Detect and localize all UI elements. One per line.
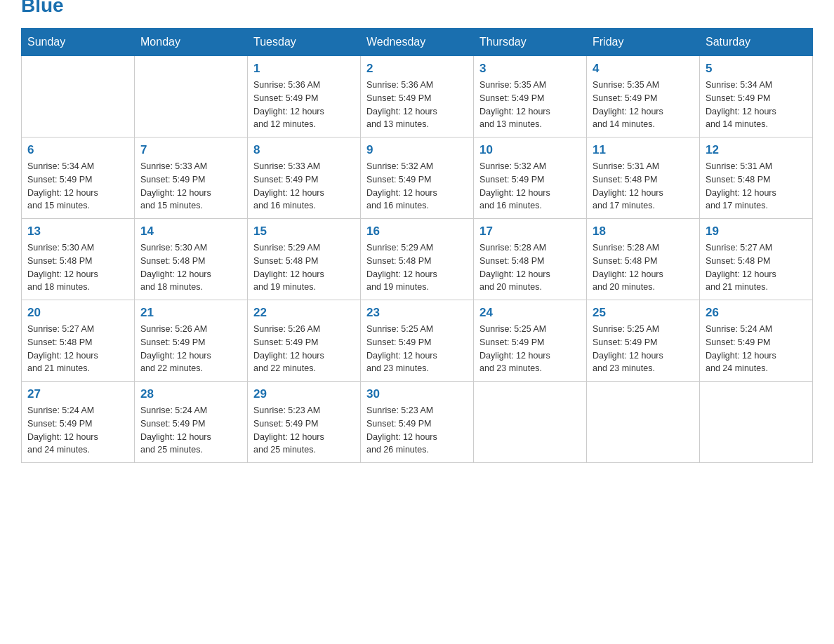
calendar-cell: 26Sunrise: 5:24 AM Sunset: 5:49 PM Dayli… <box>700 300 813 382</box>
calendar-cell <box>474 382 587 463</box>
calendar-cell: 19Sunrise: 5:27 AM Sunset: 5:48 PM Dayli… <box>700 219 813 300</box>
day-number: 12 <box>706 143 807 157</box>
week-row-5: 27Sunrise: 5:24 AM Sunset: 5:49 PM Dayli… <box>22 382 813 463</box>
day-info: Sunrise: 5:34 AM Sunset: 5:49 PM Dayligh… <box>706 79 807 131</box>
day-info: Sunrise: 5:24 AM Sunset: 5:49 PM Dayligh… <box>27 404 128 457</box>
day-number: 21 <box>140 306 241 320</box>
calendar-cell <box>22 56 135 137</box>
day-info: Sunrise: 5:32 AM Sunset: 5:49 PM Dayligh… <box>479 160 581 213</box>
column-header-monday: Monday <box>135 29 248 56</box>
calendar-cell: 7Sunrise: 5:33 AM Sunset: 5:49 PM Daylig… <box>135 137 248 219</box>
day-number: 9 <box>366 143 468 157</box>
calendar-cell: 5Sunrise: 5:34 AM Sunset: 5:49 PM Daylig… <box>700 56 813 137</box>
day-info: Sunrise: 5:31 AM Sunset: 5:48 PM Dayligh… <box>706 160 807 213</box>
column-header-thursday: Thursday <box>474 29 587 56</box>
day-info: Sunrise: 5:26 AM Sunset: 5:49 PM Dayligh… <box>140 323 241 375</box>
logo-block: General Blue <box>21 0 112 17</box>
day-number: 20 <box>27 306 128 320</box>
calendar-cell: 25Sunrise: 5:25 AM Sunset: 5:49 PM Dayli… <box>587 300 700 382</box>
day-number: 27 <box>27 387 128 401</box>
calendar-cell: 22Sunrise: 5:26 AM Sunset: 5:49 PM Dayli… <box>248 300 361 382</box>
day-info: Sunrise: 5:33 AM Sunset: 5:49 PM Dayligh… <box>253 160 355 213</box>
column-header-friday: Friday <box>587 29 700 56</box>
column-header-saturday: Saturday <box>700 29 813 56</box>
calendar-cell: 3Sunrise: 5:35 AM Sunset: 5:49 PM Daylig… <box>474 56 587 137</box>
calendar-cell: 12Sunrise: 5:31 AM Sunset: 5:48 PM Dayli… <box>700 137 813 219</box>
logo-blue: Blue <box>21 0 64 16</box>
column-header-sunday: Sunday <box>22 29 135 56</box>
day-info: Sunrise: 5:24 AM Sunset: 5:49 PM Dayligh… <box>140 404 241 457</box>
day-number: 23 <box>366 306 468 320</box>
day-number: 29 <box>253 387 355 401</box>
day-number: 26 <box>706 306 807 320</box>
day-number: 14 <box>140 224 241 239</box>
day-info: Sunrise: 5:23 AM Sunset: 5:49 PM Dayligh… <box>253 404 355 457</box>
column-header-wednesday: Wednesday <box>361 29 474 56</box>
calendar-cell: 8Sunrise: 5:33 AM Sunset: 5:49 PM Daylig… <box>248 137 361 219</box>
calendar-cell: 28Sunrise: 5:24 AM Sunset: 5:49 PM Dayli… <box>135 382 248 463</box>
day-number: 11 <box>593 143 694 157</box>
calendar-cell: 23Sunrise: 5:25 AM Sunset: 5:49 PM Dayli… <box>361 300 474 382</box>
page-header-2: General Blue <box>21 0 813 17</box>
calendar-header-row: SundayMondayTuesdayWednesdayThursdayFrid… <box>22 29 813 56</box>
calendar-cell: 14Sunrise: 5:30 AM Sunset: 5:48 PM Dayli… <box>135 219 248 300</box>
calendar-cell: 6Sunrise: 5:34 AM Sunset: 5:49 PM Daylig… <box>22 137 135 219</box>
week-row-3: 13Sunrise: 5:30 AM Sunset: 5:48 PM Dayli… <box>22 219 813 300</box>
day-info: Sunrise: 5:25 AM Sunset: 5:49 PM Dayligh… <box>479 323 581 375</box>
day-info: Sunrise: 5:35 AM Sunset: 5:49 PM Dayligh… <box>593 79 694 131</box>
day-number: 8 <box>253 143 355 157</box>
day-number: 7 <box>140 143 241 157</box>
day-number: 28 <box>140 387 241 401</box>
day-number: 1 <box>253 62 355 76</box>
calendar-cell: 30Sunrise: 5:23 AM Sunset: 5:49 PM Dayli… <box>361 382 474 463</box>
calendar-cell: 2Sunrise: 5:36 AM Sunset: 5:49 PM Daylig… <box>361 56 474 137</box>
day-number: 22 <box>253 306 355 320</box>
week-row-4: 20Sunrise: 5:27 AM Sunset: 5:48 PM Dayli… <box>22 300 813 382</box>
day-info: Sunrise: 5:25 AM Sunset: 5:49 PM Dayligh… <box>593 323 694 375</box>
day-info: Sunrise: 5:29 AM Sunset: 5:48 PM Dayligh… <box>253 241 355 294</box>
calendar-cell: 9Sunrise: 5:32 AM Sunset: 5:49 PM Daylig… <box>361 137 474 219</box>
day-info: Sunrise: 5:23 AM Sunset: 5:49 PM Dayligh… <box>366 404 468 457</box>
day-info: Sunrise: 5:26 AM Sunset: 5:49 PM Dayligh… <box>253 323 355 375</box>
day-info: Sunrise: 5:35 AM Sunset: 5:49 PM Dayligh… <box>479 79 581 131</box>
day-info: Sunrise: 5:33 AM Sunset: 5:49 PM Dayligh… <box>140 160 241 213</box>
calendar-cell: 1Sunrise: 5:36 AM Sunset: 5:49 PM Daylig… <box>248 56 361 137</box>
day-number: 24 <box>479 306 581 320</box>
calendar-cell: 20Sunrise: 5:27 AM Sunset: 5:48 PM Dayli… <box>22 300 135 382</box>
day-info: Sunrise: 5:34 AM Sunset: 5:49 PM Dayligh… <box>27 160 128 213</box>
calendar-cell: 29Sunrise: 5:23 AM Sunset: 5:49 PM Dayli… <box>248 382 361 463</box>
calendar-cell <box>700 382 813 463</box>
day-number: 13 <box>27 224 128 239</box>
calendar-cell: 17Sunrise: 5:28 AM Sunset: 5:48 PM Dayli… <box>474 219 587 300</box>
day-info: Sunrise: 5:36 AM Sunset: 5:49 PM Dayligh… <box>253 79 355 131</box>
day-info: Sunrise: 5:30 AM Sunset: 5:48 PM Dayligh… <box>140 241 241 294</box>
day-number: 30 <box>366 387 468 401</box>
day-info: Sunrise: 5:28 AM Sunset: 5:48 PM Dayligh… <box>479 241 581 294</box>
day-info: Sunrise: 5:27 AM Sunset: 5:48 PM Dayligh… <box>27 323 128 375</box>
calendar-cell: 16Sunrise: 5:29 AM Sunset: 5:48 PM Dayli… <box>361 219 474 300</box>
day-number: 19 <box>706 224 807 239</box>
day-number: 3 <box>479 62 581 76</box>
day-info: Sunrise: 5:29 AM Sunset: 5:48 PM Dayligh… <box>366 241 468 294</box>
day-number: 2 <box>366 62 468 76</box>
day-info: Sunrise: 5:24 AM Sunset: 5:49 PM Dayligh… <box>706 323 807 375</box>
calendar-cell: 4Sunrise: 5:35 AM Sunset: 5:49 PM Daylig… <box>587 56 700 137</box>
calendar-cell: 10Sunrise: 5:32 AM Sunset: 5:49 PM Dayli… <box>474 137 587 219</box>
day-info: Sunrise: 5:25 AM Sunset: 5:49 PM Dayligh… <box>366 323 468 375</box>
day-number: 6 <box>27 143 128 157</box>
day-info: Sunrise: 5:31 AM Sunset: 5:48 PM Dayligh… <box>593 160 694 213</box>
day-number: 17 <box>479 224 581 239</box>
calendar-cell <box>135 56 248 137</box>
week-row-1: 1Sunrise: 5:36 AM Sunset: 5:49 PM Daylig… <box>22 56 813 137</box>
day-info: Sunrise: 5:28 AM Sunset: 5:48 PM Dayligh… <box>593 241 694 294</box>
column-header-tuesday: Tuesday <box>248 29 361 56</box>
day-number: 16 <box>366 224 468 239</box>
calendar-cell: 11Sunrise: 5:31 AM Sunset: 5:48 PM Dayli… <box>587 137 700 219</box>
day-info: Sunrise: 5:32 AM Sunset: 5:49 PM Dayligh… <box>366 160 468 213</box>
day-number: 25 <box>593 306 694 320</box>
calendar-cell: 27Sunrise: 5:24 AM Sunset: 5:49 PM Dayli… <box>22 382 135 463</box>
day-info: Sunrise: 5:30 AM Sunset: 5:48 PM Dayligh… <box>27 241 128 294</box>
day-number: 15 <box>253 224 355 239</box>
calendar-cell: 13Sunrise: 5:30 AM Sunset: 5:48 PM Dayli… <box>22 219 135 300</box>
calendar-cell: 21Sunrise: 5:26 AM Sunset: 5:49 PM Dayli… <box>135 300 248 382</box>
